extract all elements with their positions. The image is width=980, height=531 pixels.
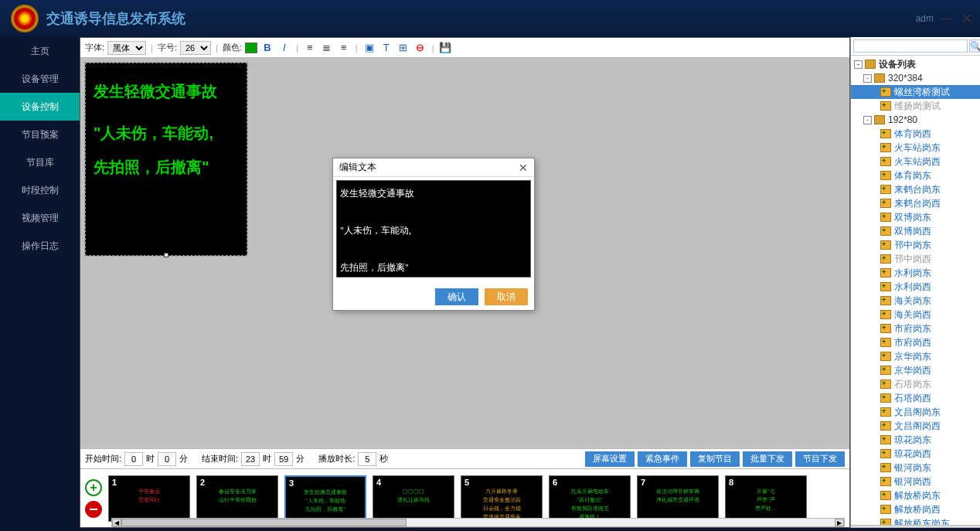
modal-cancel-button[interactable]: 取消 bbox=[485, 288, 528, 305]
end-min-input[interactable] bbox=[274, 452, 293, 466]
sidebar-item[interactable]: 操作日志 bbox=[0, 232, 80, 260]
tree-device-item[interactable]: 银河岗东 bbox=[851, 461, 980, 475]
tree-device-item[interactable]: 来鹤台岗东 bbox=[851, 182, 980, 196]
tree-device-item[interactable]: 市府岗东 bbox=[851, 322, 980, 335]
tree-group[interactable]: -320*384 bbox=[851, 71, 980, 85]
font-select[interactable]: 黑体 bbox=[107, 41, 146, 55]
tree-device-item[interactable]: 海关岗东 bbox=[851, 294, 980, 308]
add-slide-button[interactable]: + bbox=[85, 479, 102, 496]
align-center-icon[interactable]: ≣ bbox=[320, 41, 334, 55]
tree-device-item[interactable]: 火车站岗东 bbox=[851, 141, 980, 155]
send-program-button[interactable]: 节目下发 bbox=[795, 451, 845, 467]
scroll-right-icon[interactable]: ▶ bbox=[835, 519, 844, 526]
end-hour-input[interactable] bbox=[241, 452, 260, 466]
slide-thumb[interactable]: 3发生轻微交通事故"人未伤，车能动先拍照，后撤离" bbox=[284, 475, 366, 522]
device-panel: 🔍 -设备列表-320*384螺丝湾桥测试维扬岗测试-192*80体育岗西火车站… bbox=[850, 37, 980, 528]
slide-thumb[interactable]: 8开展"七严查"严查严处… bbox=[725, 475, 807, 522]
tree-device-item[interactable]: 琼花岗西 bbox=[851, 447, 980, 461]
batch-send-button[interactable]: 批量下发 bbox=[743, 451, 792, 467]
italic-button[interactable]: I bbox=[277, 41, 291, 55]
align-right-icon[interactable]: ≡ bbox=[337, 41, 351, 55]
screen-settings-button[interactable]: 屏幕设置 bbox=[585, 451, 635, 467]
save-icon[interactable]: 💾 bbox=[438, 41, 452, 55]
tree-device-item[interactable]: 水利岗西 bbox=[851, 280, 980, 294]
image-icon[interactable]: ▣ bbox=[362, 41, 376, 55]
align-left-icon[interactable]: ≡ bbox=[303, 41, 317, 55]
sidebar-item[interactable]: 视频管理 bbox=[0, 204, 80, 232]
led-text-content: 发生轻微交通事故 "人未伤，车能动, 先拍照，后撤离" bbox=[86, 63, 247, 195]
edit-text-modal: 编辑文本 ✕ 确认 取消 bbox=[332, 158, 535, 311]
sidebar-item[interactable]: 设备控制 bbox=[0, 93, 80, 121]
resize-handle[interactable] bbox=[164, 253, 168, 257]
app-logo-icon bbox=[11, 5, 39, 32]
tree-device-item[interactable]: 石塔岗东 bbox=[851, 377, 980, 391]
slide-thumb[interactable]: 4▢▢▢▢请礼让斑马线 bbox=[373, 475, 454, 522]
tree-device-item[interactable]: 市府岗西 bbox=[851, 335, 980, 349]
led-preview-block[interactable]: 发生轻微交通事故 "人未伤，车能动, 先拍照，后撤离" bbox=[85, 63, 247, 256]
sidebar-item[interactable]: 节目预案 bbox=[0, 121, 80, 148]
start-min-input[interactable] bbox=[158, 452, 176, 466]
modal-ok-button[interactable]: 确认 bbox=[435, 288, 478, 305]
tree-device-item[interactable]: 解放桥岗东 bbox=[851, 488, 980, 502]
sidebar-item[interactable]: 节目库 bbox=[0, 148, 80, 176]
device-tree: -设备列表-320*384螺丝湾桥测试维扬岗测试-192*80体育岗西火车站岗东… bbox=[851, 56, 980, 525]
copy-program-button[interactable]: 复制节目 bbox=[690, 451, 740, 467]
app-title: 交通诱导信息发布系统 bbox=[46, 9, 185, 28]
tree-device-item[interactable]: 银河岗西 bbox=[851, 475, 980, 488]
tree-device-item[interactable]: 海关岗西 bbox=[851, 308, 980, 322]
tree-device-item[interactable]: 火车站岗西 bbox=[851, 155, 980, 168]
close-icon[interactable]: ✕ bbox=[960, 12, 972, 25]
delete-slide-button[interactable] bbox=[85, 501, 102, 518]
tree-device-item[interactable]: 双博岗东 bbox=[851, 210, 980, 224]
tree-group[interactable]: -192*80 bbox=[851, 113, 980, 127]
tree-device-item[interactable]: 维扬岗测试 bbox=[851, 99, 980, 113]
tree-device-item[interactable]: 解放桥岗西 bbox=[851, 502, 980, 516]
color-label: 颜色: bbox=[223, 42, 242, 53]
modal-close-icon[interactable]: ✕ bbox=[519, 162, 528, 174]
start-time-label: 开始时间: bbox=[85, 453, 121, 465]
modal-textarea[interactable] bbox=[336, 180, 531, 277]
tree-device-item[interactable]: 琼花岗东 bbox=[851, 433, 980, 447]
slide-thumb[interactable]: 1平安春运交警同行 bbox=[108, 475, 190, 522]
tree-device-item[interactable]: 解放桥东岗东 bbox=[851, 516, 980, 525]
slide-thumb[interactable]: 6扎实开展电动车"百日整治"有效预防道路交通事故！ bbox=[549, 475, 631, 522]
time-bar: 开始时间: 时 分 结束时间: 时 分 播放时长: 秒 屏幕设置 紧急事件 复制… bbox=[80, 448, 849, 468]
sidebar-item[interactable]: 主页 bbox=[0, 37, 80, 65]
slide-thumb[interactable]: 2春运安全连万家出行平安你我他 bbox=[196, 475, 278, 522]
tree-device-item[interactable]: 来鹤台岗西 bbox=[851, 196, 980, 210]
delete-icon[interactable]: ⊖ bbox=[413, 41, 427, 55]
layout-icon[interactable]: ⊞ bbox=[396, 41, 410, 55]
start-hour-input[interactable] bbox=[124, 452, 143, 466]
tree-device-item[interactable]: 双博岗西 bbox=[851, 224, 980, 238]
modal-title: 编辑文本 bbox=[339, 161, 519, 174]
tree-device-item[interactable]: 体育岗西 bbox=[851, 127, 980, 141]
sidebar-item[interactable]: 时段控制 bbox=[0, 176, 80, 204]
search-icon[interactable]: 🔍 bbox=[969, 39, 980, 53]
color-swatch[interactable] bbox=[245, 43, 257, 53]
tree-device-item[interactable]: 体育岗东 bbox=[851, 168, 980, 182]
tree-device-item[interactable]: 螺丝湾桥测试 bbox=[851, 85, 980, 99]
tree-device-item[interactable]: 文昌阁岗东 bbox=[851, 405, 980, 419]
size-select[interactable]: 26 bbox=[180, 41, 211, 55]
emergency-button[interactable]: 紧急事件 bbox=[638, 451, 687, 467]
duration-input[interactable] bbox=[358, 452, 376, 466]
user-label[interactable]: adm bbox=[916, 13, 934, 24]
text-icon[interactable]: T bbox=[379, 41, 393, 55]
slide-thumb[interactable]: 7依法治理非标车辆净化城市交通环境 bbox=[637, 475, 719, 522]
device-search-input[interactable] bbox=[853, 39, 968, 53]
tree-device-item[interactable]: 石塔岗西 bbox=[851, 391, 980, 405]
tree-device-item[interactable]: 文昌阁岗西 bbox=[851, 419, 980, 433]
tree-device-item[interactable]: 京华岗西 bbox=[851, 363, 980, 377]
sidebar-item[interactable]: 设备管理 bbox=[0, 65, 80, 93]
size-label: 字号: bbox=[158, 42, 177, 53]
bold-button[interactable]: B bbox=[260, 41, 274, 55]
tree-device-item[interactable]: 邗中岗东 bbox=[851, 238, 980, 252]
tree-device-item[interactable]: 水利岗东 bbox=[851, 266, 980, 280]
thumb-scrollbar[interactable]: ◀ ▶ bbox=[111, 518, 845, 527]
tree-device-item[interactable]: 京华岗东 bbox=[851, 349, 980, 363]
scroll-left-icon[interactable]: ◀ bbox=[112, 519, 121, 526]
minimize-icon[interactable]: — bbox=[940, 12, 952, 25]
slide-thumb[interactable]: 5力开展秋冬季交通安全整治百日会战，全力稳定道路交通安全形势！ bbox=[461, 475, 543, 522]
tree-root[interactable]: -设备列表 bbox=[851, 57, 980, 71]
tree-device-item[interactable]: 邗中岗西 bbox=[851, 252, 980, 266]
